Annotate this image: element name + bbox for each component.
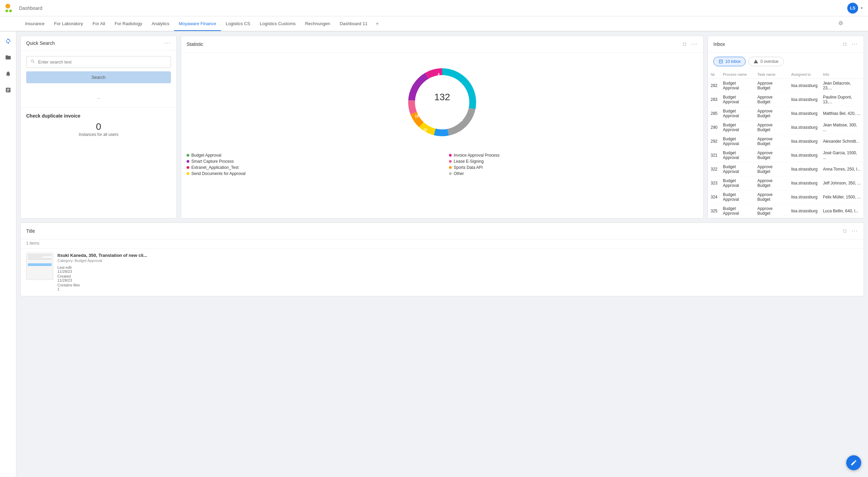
settings-icon[interactable] [834,16,848,31]
table-row[interactable]: 324 Budget Approval Approve Budget lisa.… [708,190,864,204]
cell-assigned: lisa.strassburg [788,135,820,148]
statistic-header-icons: ··· [680,40,698,48]
legend-item-lease: Lease E-Signing [449,159,698,164]
table-row[interactable]: 282 Budget Approval Approve Budget lisa.… [708,79,864,93]
cell-process: Budget Approval [720,190,755,204]
add-tab-button[interactable]: + [372,17,382,31]
contains-files-label: Contains files [57,283,80,287]
svg-text:6: 6 [438,73,440,76]
table-row[interactable]: 323 Budget Approval Approve Budget lisa.… [708,176,864,190]
legend-label-send: Send Documents for Approval [191,171,245,176]
file-details: Itsuki Kaneda, 350, Translation of new c… [57,253,858,292]
table-row[interactable]: 285 Budget Approval Approve Budget lisa.… [708,107,864,121]
bottom-row: Title ··· 1 items [20,223,864,296]
cell-num: 324 [708,190,720,204]
cell-info: Jean Délacroix, 23,... [820,79,864,93]
thumb-bar [28,263,52,266]
avatar[interactable]: LS [847,3,858,14]
cell-process: Budget Approval [720,79,755,93]
legend-label-sports: Sports Data API [454,165,483,170]
sidebar-icon-bell[interactable] [3,68,14,79]
svg-text:19: 19 [415,114,419,118]
tab-moyaware-finance[interactable]: Moyaware Finance [174,17,221,31]
quick-search-header: Quick Search ··· [21,36,176,51]
sidebar [0,32,16,477]
table-row[interactable]: 325 Budget Approval Approve Budget lisa.… [708,204,864,218]
file-meta-created: Created 11/28/23 [57,274,858,282]
tab-rechnungen[interactable]: Rechnungen [300,17,335,31]
tab-insurance[interactable]: Insurance [20,17,49,31]
col-process: Process name [720,70,755,79]
legend-label-smart: Smart Capture Process [191,159,234,164]
table-row[interactable]: 283 Budget Approval Approve Budget lisa.… [708,93,864,107]
cell-task: Approve Budget [755,162,788,176]
logo-dot-2 [9,10,12,12]
table-row[interactable]: 290 Budget Approval Approve Budget lisa.… [708,121,864,135]
search-button[interactable]: Search [26,71,171,83]
quick-search-body: Search [21,51,176,89]
tab-for-all[interactable]: For All [88,17,110,31]
title-widget-header: Title ··· [21,223,864,240]
cell-info: Luca Bellin, 640, l... [820,204,864,218]
title-widget-expand-icon[interactable] [841,227,849,235]
cell-task: Approve Budget [755,79,788,93]
legend-dot-lease [449,160,452,163]
sidebar-icon-refresh[interactable] [3,36,14,47]
svg-text:22: 22 [423,128,427,132]
inbox-menu-button[interactable]: ··· [852,41,858,47]
cell-info: José Garcia, 1500, ... [820,148,864,162]
col-num: № [708,70,720,79]
inbox-table-body: 282 Budget Approval Approve Budget lisa.… [708,79,864,218]
inbox-table: № Process name Task name Assigned to Inf… [708,70,864,218]
last-edit-value: 11/28/23 [57,269,72,273]
table-row[interactable]: 292 Budget Approval Approve Budget lisa.… [708,135,864,148]
title-widget-icons: ··· [841,227,858,235]
overdue-tab-label: 0 overdue [760,59,778,64]
table-row[interactable]: 322 Budget Approval Approve Budget lisa.… [708,162,864,176]
col-info: Info [820,70,864,79]
inbox-title: Inbox [713,41,725,47]
tab-analytics[interactable]: Analytics [147,17,174,31]
inbox-tab-overdue[interactable]: 0 overdue [748,57,783,66]
inbox-tab-inbox[interactable]: 10 inbox [713,57,746,66]
cell-assigned: lisa.strassburg [788,107,820,121]
cell-task: Approve Budget [755,148,788,162]
search-input[interactable] [38,59,167,65]
layout: Quick Search ··· Search ··· Check duplic… [0,32,868,477]
cell-num: 322 [708,162,720,176]
file-thumbnail [26,253,53,280]
tab-dashboard-11[interactable]: Dashboard 11 [335,17,372,31]
tab-logistics-cs[interactable]: Logistics CS [221,17,255,31]
sidebar-icon-tasks[interactable] [3,85,14,95]
legend-dot-extranet [187,166,189,169]
svg-text:21: 21 [455,94,459,98]
user-menu[interactable]: LS ▾ [847,3,863,14]
legend-dot-budget [187,154,189,157]
table-row[interactable]: 321 Budget Approval Approve Budget lisa.… [708,148,864,162]
cell-num: 285 [708,107,720,121]
file-meta-contains: Contains files 1 [57,283,858,291]
inbox-header: Inbox ··· [708,36,864,53]
legend-dot-other [449,172,452,175]
fab-button[interactable] [846,455,861,470]
cell-num: 321 [708,148,720,162]
cell-process: Budget Approval [720,162,755,176]
inbox-tab-label: 10 inbox [725,59,741,64]
statistic-expand-icon[interactable] [680,40,689,48]
tab-for-radiology[interactable]: For Radiology [110,17,147,31]
top-row: Quick Search ··· Search ··· Check duplic… [20,36,864,218]
tab-logistics-customs[interactable]: Logistics Customs [255,17,300,31]
cell-task: Approve Budget [755,190,788,204]
tab-for-laboratory[interactable]: For Laboratory [49,17,88,31]
thumb-line-1 [28,254,52,255]
title-widget-menu-button[interactable]: ··· [852,228,858,234]
quick-search-menu-button[interactable]: ··· [164,40,171,46]
svg-text:132: 132 [434,92,450,102]
statistic-menu-button[interactable]: ··· [691,41,698,47]
inbox-expand-icon[interactable] [841,40,849,48]
statistic-title: Statistic [187,41,203,47]
svg-text:9: 9 [447,76,449,80]
cell-assigned: lisa.strassburg [788,93,820,107]
cell-process: Budget Approval [720,93,755,107]
sidebar-icon-folder[interactable] [3,52,14,63]
